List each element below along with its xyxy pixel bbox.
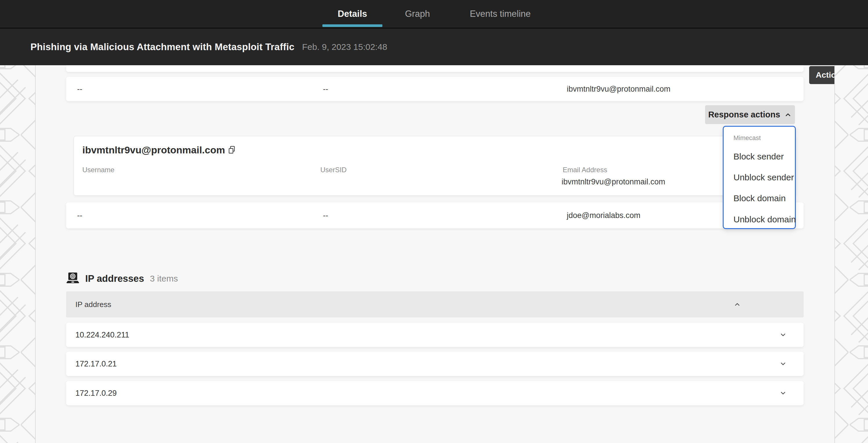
tab-details-label: Details — [338, 9, 367, 19]
menu-item-unblock-sender[interactable]: Unblock sender — [734, 172, 794, 182]
right-decorative-pattern — [834, 65, 868, 443]
ip-address-value: 172.17.0.21 — [75, 352, 117, 376]
ip-address-value: 172.17.0.29 — [75, 381, 117, 405]
chevron-down-icon[interactable] — [779, 330, 787, 339]
user-table-row[interactable]: -- -- ibvmtnltr9vu@protonmail.com — [66, 77, 804, 101]
tab-graph-label: Graph — [405, 9, 430, 19]
tab-details[interactable]: Details — [322, 0, 382, 28]
menu-item-block-domain[interactable]: Block domain — [734, 193, 786, 203]
response-actions-button[interactable]: Response actions — [705, 105, 795, 124]
geometric-pattern-art — [0, 65, 35, 443]
ip-column-label: IP address — [75, 291, 111, 317]
response-actions-label: Response actions — [708, 110, 780, 120]
usersid-cell: -- — [323, 202, 328, 228]
ip-section-title: IP addresses — [85, 273, 144, 284]
response-actions-menu: Mimecast Block sender Unblock sender Blo… — [723, 126, 796, 229]
ip-section-count: 3 items — [150, 274, 178, 284]
active-tab-underline — [322, 24, 382, 27]
email-cell: jdoe@morialabs.com — [567, 202, 641, 228]
ip-row[interactable]: 10.224.240.211 — [66, 323, 804, 347]
user-table-row[interactable]: -- -- jdoe@morialabs.com — [66, 202, 804, 228]
clipped-card-top — [66, 65, 804, 72]
menu-item-block-sender[interactable]: Block sender — [734, 152, 784, 161]
chevron-down-icon[interactable] — [779, 359, 787, 368]
alert-timestamp: Feb. 9, 2023 15:02:48 — [302, 29, 387, 65]
geometric-pattern-art — [835, 65, 868, 443]
email-cell: ibvmtnltr9vu@protonmail.com — [567, 77, 671, 101]
tab-graph[interactable]: Graph — [394, 0, 441, 28]
ip-row[interactable]: 172.17.0.29 — [66, 381, 804, 405]
chevron-up-icon — [784, 111, 792, 119]
usersid-cell: -- — [323, 77, 328, 101]
usersid-field-label: UserSID — [320, 166, 347, 174]
ip-address-value: 10.224.240.211 — [75, 323, 129, 347]
tab-events-timeline[interactable]: Events timeline — [455, 0, 546, 28]
ip-table-column-header[interactable]: IP address — [66, 291, 804, 317]
email-field-label: Email Address — [563, 166, 607, 174]
top-tab-bar: Details Graph Events timeline — [0, 0, 868, 29]
alert-detail-screen: Details Graph Events timeline Phishing v… — [0, 0, 868, 443]
username-cell: -- — [77, 77, 82, 101]
left-decorative-pattern — [0, 65, 36, 443]
user-detail-card: ibvmtnltr9vu@protonmail.com Username Use… — [74, 136, 796, 196]
email-field-value: ibvmtnltr9vu@protonmail.com — [562, 178, 665, 186]
tab-events-timeline-label: Events timeline — [470, 9, 531, 19]
menu-item-unblock-domain[interactable]: Unblock domain — [734, 215, 796, 224]
chevron-down-icon[interactable] — [779, 389, 787, 398]
ip-row[interactable]: 172.17.0.21 — [66, 352, 804, 376]
sort-chevron-up-icon[interactable] — [733, 300, 742, 309]
alert-title-bar: Phishing via Malicious Attachment with M… — [0, 29, 868, 65]
menu-group-label-mimecast: Mimecast — [734, 134, 761, 142]
username-field-label: Username — [82, 166, 115, 174]
alert-title: Phishing via Malicious Attachment with M… — [30, 29, 294, 65]
copy-icon[interactable] — [227, 145, 237, 155]
ip-addresses-section-header: IP addresses 3 items — [66, 272, 178, 286]
laptop-target-icon — [66, 272, 80, 286]
user-detail-heading: ibvmtnltr9vu@protonmail.com — [82, 145, 225, 156]
username-cell: -- — [77, 202, 82, 228]
